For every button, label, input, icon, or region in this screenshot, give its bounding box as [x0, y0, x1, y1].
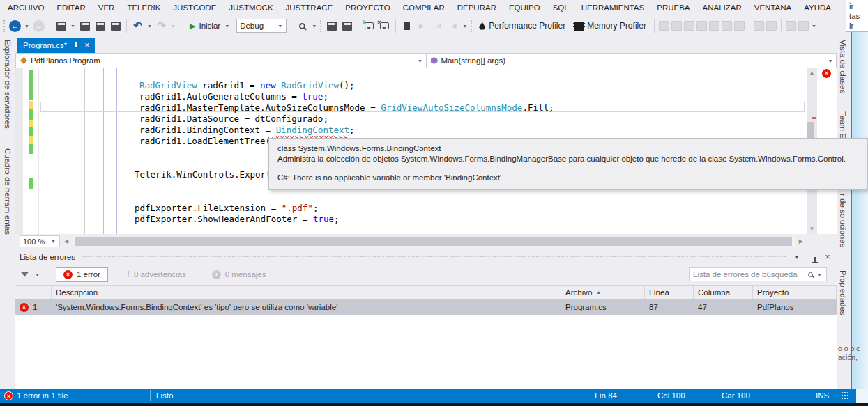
menu-item-sql[interactable]: SQL — [547, 1, 575, 15]
menu-item-justtrace[interactable]: JUSTTRACE — [280, 1, 340, 15]
error-list-title: Lista de errores — [20, 253, 75, 261]
code-line-13[interactable]: pdfExporter.ShowHeaderAndFooter = true; — [135, 214, 340, 225]
zoom-combo[interactable]: 100 % ▾ — [20, 235, 60, 247]
save-all-icon[interactable] — [109, 19, 122, 33]
right-dock-tab-4[interactable]: Propiedades — [839, 270, 847, 315]
navigate-to-icon[interactable] — [325, 19, 338, 33]
document-outline-icon[interactable] — [340, 19, 353, 33]
column-label: Descripción — [56, 288, 98, 297]
menu-item-analizar[interactable]: ANALIZAR — [696, 1, 748, 15]
type-dropdown[interactable]: PdfPlanos.Program ▾ — [16, 54, 426, 68]
scroll-left-icon[interactable]: ◀ — [64, 236, 68, 247]
find-in-files-icon[interactable] — [296, 19, 309, 33]
menu-item-proyecto[interactable]: PROYECTO — [339, 1, 396, 15]
scrollbar-thumb[interactable] — [75, 237, 792, 246]
horizontal-scrollbar[interactable]: ◀ ▶ — [64, 236, 803, 247]
left-dock-tab-1[interactable]: Explorador de servidores — [3, 40, 12, 129]
code-line-9[interactable]: Telerik.WinControls.Export. — [135, 169, 276, 180]
toolbar-grip[interactable] — [470, 19, 473, 32]
column-label: Columna — [698, 288, 730, 297]
scroll-down-icon[interactable]: ▼ — [807, 226, 817, 232]
code-line-4[interactable]: radGrid1.DataSource = dtConfigurado; — [139, 114, 328, 125]
status-insert-mode[interactable]: INS — [816, 389, 829, 403]
start-debug-button[interactable]: ▶ Iniciar ▾ — [185, 20, 234, 32]
menu-item-ayuda[interactable]: AYUDA — [798, 1, 837, 15]
pin-icon[interactable] — [73, 42, 79, 49]
column-header-proyecto[interactable]: Proyecto — [753, 286, 837, 299]
code-token: ; — [334, 214, 340, 224]
column-header-icon — [15, 286, 52, 299]
toggle-bookmark-icon[interactable] — [400, 19, 413, 33]
menu-item-herramientas[interactable]: HERRAMIENTAS — [575, 1, 651, 15]
menu-item-archivo[interactable]: ARCHIVO — [1, 1, 50, 15]
new-file-icon[interactable] — [54, 19, 68, 33]
open-file-icon[interactable] — [78, 19, 91, 33]
code-line-3[interactable]: radGrid1.MasterTemplate.AutoSizeColumnsM… — [139, 102, 554, 114]
close-icon[interactable]: × — [823, 252, 832, 262]
navigate-back-dropdown-icon[interactable]: ▾ — [24, 23, 30, 29]
title-drag-texture — [81, 255, 786, 258]
error-list-title-bar[interactable]: Lista de errores ▾ × — [15, 249, 837, 264]
right-dock-tab-3[interactable]: r de soluciones — [839, 194, 847, 247]
zoom-dropdown-icon: ▾ — [50, 238, 56, 244]
menu-item-justmock[interactable]: JUSTMOCK — [222, 1, 279, 15]
tab-program-cs[interactable]: Program.cs* × — [17, 38, 95, 53]
delete-comment-icon[interactable]: × — [378, 19, 391, 33]
code-line-6[interactable]: radGrid1.LoadElementTree() — [139, 136, 276, 147]
bookmark-overflow-icon[interactable]: ▾ — [462, 23, 468, 29]
window-position-icon[interactable]: ▾ — [792, 253, 802, 260]
menu-item-justcode[interactable]: JUSTCODE — [167, 1, 222, 15]
scroll-right-icon[interactable]: ▶ — [799, 236, 803, 247]
menu-item-depurar[interactable]: DEPURAR — [451, 1, 503, 15]
code-line-2[interactable]: radGrid1.AutoGenerateColumns = true; — [139, 91, 328, 102]
scroll-up-icon[interactable]: ▲ — [807, 70, 817, 76]
column-header-línea[interactable]: Línea — [645, 286, 694, 299]
code-line-1[interactable]: RadGridView radGrid1 = new RadGridView()… — [139, 80, 355, 91]
memory-profiler-button[interactable]: Memory Profiler — [571, 21, 650, 31]
performance-profiler-button[interactable]: Performance Profiler — [475, 21, 569, 31]
add-comment-icon[interactable]: + — [363, 19, 376, 33]
messages-filter-button[interactable]: i 0 mensajes — [205, 270, 273, 279]
code-line-12[interactable]: pdfExporter.FileExtension = ".pdf"; — [135, 203, 318, 214]
status-bar: × 1 error in 1 file Listo Lín 84 Col 100… — [0, 389, 856, 403]
sql-toolbar-icon — [722, 21, 732, 31]
status-grip-icon — [841, 391, 850, 400]
filter-dropdown-icon[interactable]: ▾ — [34, 272, 40, 278]
column-header-archivo[interactable]: Archivo▲ — [561, 286, 645, 299]
menu-item-compilar[interactable]: COMPILAR — [397, 1, 451, 15]
save-icon[interactable] — [93, 19, 107, 33]
left-dock-tab-2[interactable]: Cuadro de herramientas — [3, 148, 12, 235]
menu-item-prueba[interactable]: PRUEBA — [650, 1, 696, 15]
navigate-back-icon[interactable]: ← — [8, 19, 22, 33]
toolbar-overflow-icon[interactable]: ▾ — [811, 23, 817, 29]
menu-item-ventana[interactable]: VENTANA — [748, 1, 798, 15]
toolbar-grip[interactable] — [319, 19, 323, 32]
close-icon[interactable]: × — [84, 41, 89, 49]
column-header-columna[interactable]: Columna — [694, 286, 753, 299]
new-file-dropdown-icon[interactable]: ▾ — [70, 23, 76, 29]
file-health-error-icon[interactable]: × — [822, 69, 831, 78]
find-overflow-icon[interactable]: ▾ — [311, 23, 317, 29]
menu-item-editar[interactable]: EDITAR — [50, 1, 91, 15]
change-bar — [29, 144, 33, 154]
error-file: Program.cs — [561, 299, 645, 315]
errors-filter-button[interactable]: × 1 error — [56, 267, 108, 282]
menu-item-equipo[interactable]: EQUIPO — [503, 1, 547, 15]
warnings-filter-button[interactable]: ! 0 advertencias — [120, 270, 193, 279]
filter-icon[interactable] — [21, 272, 29, 277]
menu-item-ver[interactable]: VER — [92, 1, 121, 15]
status-error-summary[interactable]: × 1 error in 1 file — [4, 389, 68, 403]
undo-icon[interactable]: ↶ — [131, 19, 144, 33]
breakpoint-margin[interactable] — [15, 68, 23, 234]
right-dock-tab-1[interactable]: Vista de clases — [839, 40, 847, 93]
undo-dropdown-icon[interactable]: ▾ — [146, 23, 153, 29]
column-header-descripción[interactable]: Descripción — [52, 286, 561, 299]
member-dropdown[interactable]: Main(string[] args) ▾ — [426, 54, 837, 68]
solution-configuration-combo[interactable]: Debug ▾ — [236, 19, 287, 33]
code-line-5[interactable]: radGrid1.BindingContext = BindingContext… — [139, 125, 355, 136]
error-row[interactable]: ×1'System.Windows.Forms.BindingContext' … — [15, 299, 837, 315]
error-list-search-input[interactable]: Lista de errores de búsqueda ▾ — [689, 267, 827, 281]
search-dropdown-icon[interactable]: ▾ — [816, 272, 823, 278]
toolbar-grip[interactable] — [3, 19, 6, 32]
menu-item-telerik[interactable]: TELERIK — [121, 1, 167, 15]
